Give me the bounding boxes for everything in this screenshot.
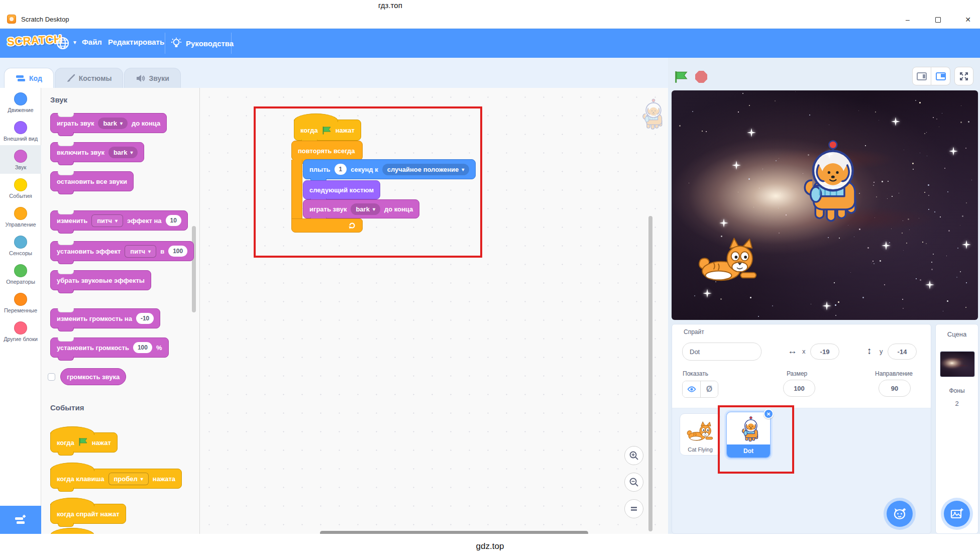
tab-costumes[interactable]: Костюмы [55, 68, 124, 88]
palette-block-sound-0[interactable]: играть звукbark▾до конца [50, 113, 167, 133]
glide-target-dropdown[interactable]: случайное положение▾ [382, 164, 470, 175]
sound-dropdown[interactable]: bark▾ [351, 203, 380, 215]
small-stage-button[interactable] [912, 67, 931, 85]
block-dropdown[interactable]: bark▾ [108, 147, 138, 158]
minimize-button[interactable]: – [897, 11, 918, 28]
star [947, 191, 948, 192]
block-text: нажата [153, 475, 175, 483]
star [848, 225, 848, 226]
block-when-flag-clicked[interactable]: когда нажат [294, 120, 361, 141]
palette-block-sound-8[interactable]: громкость звука [60, 368, 126, 385]
palette-block-event-1[interactable]: когда клавишапробел▾нажата [50, 469, 182, 489]
stage [672, 90, 978, 320]
close-button[interactable]: ✕ [957, 11, 978, 28]
block-number-input[interactable]: -10 [136, 313, 154, 324]
star [875, 111, 876, 113]
block-text: секунд к [351, 166, 378, 173]
fullscreen-button[interactable] [954, 67, 973, 85]
star [829, 125, 829, 125]
scratch-logo: SCRATCH [7, 33, 62, 49]
star [750, 297, 751, 298]
stage-selector-card[interactable]: Сцена Фоны 2 [935, 324, 978, 534]
star [706, 131, 707, 132]
code-canvas[interactable]: когда нажат повторять всегда плыть 1 сек… [200, 88, 668, 534]
palette-block-sound-2[interactable]: остановить все звуки [50, 171, 134, 191]
sidebar-category-3[interactable]: События [0, 174, 41, 202]
palette-scrollbar[interactable] [192, 226, 196, 312]
block-dropdown[interactable]: питч▾ [91, 214, 123, 227]
block-number-input[interactable]: 100 [168, 246, 187, 257]
sidebar-category-0[interactable]: Движение [0, 88, 41, 117]
palette-block-event-2[interactable]: когда спрайт нажат [50, 504, 126, 524]
block-play-sound[interactable]: играть звук bark▾ до конца [303, 199, 419, 218]
menu-tutorials[interactable]: Руководства [171, 35, 234, 52]
block-dropdown[interactable]: пробел▾ [108, 473, 149, 485]
category-color-dot [14, 92, 27, 105]
sprite-x-input[interactable]: -19 [810, 344, 839, 360]
block-dropdown[interactable]: питч▾ [125, 245, 156, 258]
stage-sprite-cat-flying[interactable] [696, 236, 761, 286]
block-glide[interactable]: плыть 1 секунд к случайное положение▾ [303, 159, 476, 179]
stage-sprite-dot[interactable] [781, 138, 869, 223]
palette-block-sound-5[interactable]: убрать звуковые эффекты [50, 270, 151, 290]
sprite-name-input[interactable]: Dot [682, 343, 761, 361]
large-stage-button[interactable] [931, 67, 950, 85]
sound-volume-checkbox[interactable] [48, 373, 55, 381]
block-text: когда [57, 439, 74, 446]
star [960, 225, 960, 226]
bright-star [962, 240, 971, 249]
palette-block-sound-1[interactable]: включить звукbark▾ [50, 142, 144, 162]
language-globe-icon[interactable] [56, 37, 69, 50]
bright-star [891, 117, 900, 126]
palette-block-sound-4[interactable]: установить эффектпитч▾в100 [50, 241, 194, 261]
menu-edit[interactable]: Редактировать [108, 38, 164, 46]
sidebar-category-7[interactable]: Переменные [0, 288, 41, 317]
glide-seconds-input[interactable]: 1 [335, 164, 347, 175]
add-extension-button[interactable] [0, 506, 41, 534]
sprite-y-input[interactable]: -14 [888, 344, 917, 360]
block-text: громкость звука [67, 373, 120, 381]
zoom-out-button[interactable] [624, 473, 643, 492]
code-vertical-scrollbar[interactable] [648, 216, 652, 531]
sidebar-category-2[interactable]: Звук [0, 145, 41, 174]
zoom-in-button[interactable] [624, 446, 643, 465]
sidebar-category-4[interactable]: Управление [0, 202, 41, 231]
tab-code[interactable]: Код [4, 68, 54, 88]
x-arrow-icon: ↔ [788, 346, 797, 357]
block-text: убрать звуковые эффекты [57, 277, 145, 284]
maximize-button[interactable] [927, 11, 948, 28]
add-backdrop-button[interactable] [944, 501, 970, 527]
sidebar-category-5[interactable]: Сенсоры [0, 231, 41, 260]
dropdown-value: питч [97, 217, 112, 225]
add-sprite-button[interactable] [887, 501, 913, 527]
block-text: установить громкость [57, 344, 129, 352]
palette-block-event-0[interactable]: когданажат [50, 432, 118, 453]
show-sprite-button[interactable] [683, 381, 700, 397]
zoom-reset-button[interactable] [624, 499, 643, 518]
sprite-direction-input[interactable]: 90 [879, 380, 911, 397]
tab-sounds[interactable]: Звуки [124, 68, 180, 88]
chevron-down-icon: ▾ [115, 218, 118, 223]
menu-file[interactable]: Файл [82, 38, 102, 46]
star [834, 282, 835, 283]
category-color-dot [14, 321, 27, 334]
block-text: включить звук [57, 149, 104, 156]
palette-block-sound-7[interactable]: установить громкость100% [50, 338, 169, 358]
sidebar-category-6[interactable]: Операторы [0, 260, 41, 288]
sprite-size-input[interactable]: 100 [783, 380, 815, 397]
code-horizontal-scrollbar[interactable] [320, 531, 588, 534]
green-flag-button[interactable] [674, 70, 688, 84]
tab-sounds-label: Звуки [149, 74, 169, 82]
block-dropdown[interactable]: bark▾ [98, 118, 128, 129]
palette-block-sound-6[interactable]: изменить громкость на-10 [50, 308, 160, 328]
hide-sprite-button[interactable]: Ø [700, 381, 718, 397]
block-next-costume[interactable]: следующий костюм [303, 180, 380, 199]
block-number-input[interactable]: 100 [133, 342, 152, 353]
block-number-input[interactable]: 10 [166, 215, 181, 226]
sidebar-category-1[interactable]: Внешний вид [0, 117, 41, 145]
sidebar-category-8[interactable]: Другие блоки [0, 317, 41, 346]
palette-block-sound-3[interactable]: изменитьпитч▾эффект на10 [50, 210, 188, 231]
sprite-card-0[interactable]: Cat Flying [680, 413, 721, 456]
block-forever-top[interactable]: повторять всегда [291, 141, 363, 161]
dropdown-value: случайное положение [387, 166, 459, 173]
